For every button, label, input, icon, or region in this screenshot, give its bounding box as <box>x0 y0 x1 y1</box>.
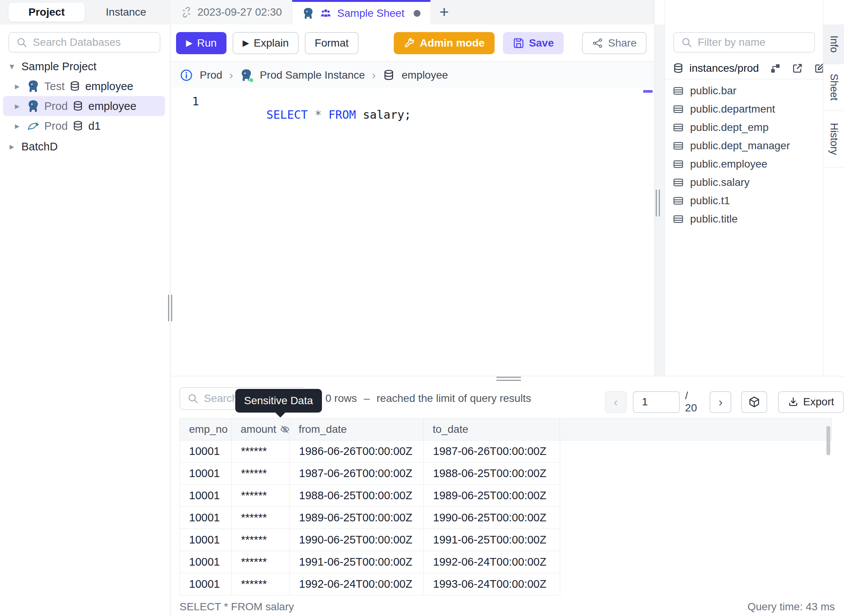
schema-sidebar: instances/prod public.bar public.departm… <box>665 0 823 376</box>
format-button[interactable]: Format <box>305 32 359 54</box>
tree-node-prod-d1[interactable]: ▸ Prod d1 <box>9 117 104 135</box>
column-header-to-date[interactable]: to_date <box>424 419 560 440</box>
sidebar-resize-handle[interactable] <box>168 295 172 321</box>
sql-code-line[interactable]: SELECT*FROMsalary; <box>211 95 418 135</box>
sheet-tab-sample-sheet[interactable]: Sample Sheet <box>292 0 430 24</box>
table-row[interactable]: 10001******1990-06-25T00:00:00Z1991-06-2… <box>179 529 560 551</box>
column-header-amount[interactable]: amount <box>231 419 289 440</box>
postgres-icon <box>27 100 40 113</box>
vertical-tab-info[interactable]: Info <box>823 24 844 64</box>
environment-label: Prod <box>44 120 68 132</box>
next-page-button[interactable]: › <box>710 391 731 413</box>
breadcrumb-environment[interactable]: Prod <box>200 69 222 81</box>
limit-text: reached the limit of query results <box>377 392 531 405</box>
table-icon <box>673 103 684 115</box>
prev-page-button[interactable]: ‹ <box>605 391 627 413</box>
search-databases-input[interactable] <box>33 36 153 48</box>
people-icon <box>320 7 332 19</box>
table-item[interactable]: public.department <box>665 100 823 118</box>
query-time: Query time: 43 ms <box>747 601 835 613</box>
page-number-input[interactable] <box>633 391 680 413</box>
breadcrumb-instance[interactable]: Prod Sample Instance <box>260 69 365 81</box>
share-button[interactable]: Share <box>582 32 647 54</box>
table-item[interactable]: public.salary <box>665 173 823 192</box>
editor-toolbar: ▶ Run ▶ Explain Format Admin mode Save S <box>171 24 654 62</box>
external-link-icon[interactable] <box>792 63 803 74</box>
breadcrumb-database[interactable]: employee <box>402 69 448 81</box>
column-header-emp-no[interactable]: emp_no <box>179 419 231 440</box>
sql-operator: * <box>315 108 322 121</box>
main-editor-column: 2023-09-27 02:30 Sample Sheet + ▶ Run ▶ … <box>171 0 655 376</box>
chevron-right-icon: › <box>372 69 376 82</box>
sheet-tab-bar: 2023-09-27 02:30 Sample Sheet + <box>171 0 654 24</box>
new-tab-button[interactable]: + <box>430 0 458 24</box>
table-row[interactable]: 10001******1989-06-25T00:00:00Z1990-06-2… <box>179 507 560 529</box>
database-icon <box>673 63 684 74</box>
tree-node-batchd[interactable]: ▸ BatchD <box>4 137 61 156</box>
page-total: / 20 <box>685 390 703 414</box>
vertical-tab-history[interactable]: History <box>823 111 844 168</box>
filter-box <box>673 32 815 53</box>
database-label: employee <box>85 80 133 93</box>
table-icon <box>673 122 684 133</box>
table-item[interactable]: public.employee <box>665 155 823 173</box>
tree-node-sample-project[interactable]: ▾ Sample Project <box>4 57 100 76</box>
right-vertical-tabs: Info Sheet History <box>823 0 844 376</box>
table-row[interactable]: 10001******1992-06-24T00:00:00Z1993-06-2… <box>179 573 560 595</box>
export-button[interactable]: Export <box>778 391 844 413</box>
schema-diagram-icon[interactable] <box>770 63 781 74</box>
sheet-tab-datetime[interactable]: 2023-09-27 02:30 <box>171 0 292 24</box>
column-header-from-date[interactable]: from_date <box>289 419 424 440</box>
breadcrumb: Prod › Prod Sample Instance › employee <box>171 62 654 89</box>
search-icon <box>681 37 692 48</box>
table-item[interactable]: public.dept_emp <box>665 118 823 137</box>
environment-label: Test <box>44 80 65 93</box>
sensitive-data-tooltip: Sensitive Data <box>235 389 322 413</box>
run-button[interactable]: ▶ Run <box>176 32 226 54</box>
table-row[interactable]: 10001******1988-06-25T00:00:00Z1989-06-2… <box>179 485 560 507</box>
vertical-tab-sheet[interactable]: Sheet <box>823 64 844 111</box>
admin-mode-button[interactable]: Admin mode <box>394 32 495 54</box>
chevron-right-icon: › <box>719 396 723 408</box>
sql-keyword: SELECT <box>267 108 308 121</box>
database-label: d1 <box>88 120 100 132</box>
explain-button[interactable]: ▶ Explain <box>233 32 299 54</box>
caret-down-icon[interactable]: ▾ <box>7 61 17 72</box>
table-row[interactable]: 10001******1986-06-26T00:00:00Z1987-06-2… <box>179 440 560 463</box>
left-sidebar: Project Instance ▾ Sample Project ▸ Test… <box>0 0 170 616</box>
visualize-button[interactable] <box>741 391 767 413</box>
table-row[interactable]: 10001******1987-06-26T00:00:00Z1988-06-2… <box>179 463 560 485</box>
table-item[interactable]: public.title <box>665 210 823 228</box>
caret-right-icon[interactable]: ▸ <box>12 81 22 92</box>
caret-right-icon[interactable]: ▸ <box>12 121 22 131</box>
play-icon: ▶ <box>243 38 249 48</box>
tree-label: Sample Project <box>21 60 97 73</box>
filter-by-name-input[interactable] <box>698 36 807 48</box>
table-row[interactable]: 10001******1991-06-25T00:00:00Z1992-06-2… <box>179 551 560 573</box>
tab-instance[interactable]: Instance <box>88 3 164 22</box>
results-resize-handle[interactable] <box>496 377 521 381</box>
tree-node-prod-employee-selected[interactable]: ▸ Prod employee <box>3 96 165 116</box>
table-icon <box>673 213 684 225</box>
table-item[interactable]: public.t1 <box>665 192 823 210</box>
rows-count: 0 rows <box>325 392 357 405</box>
caret-right-icon[interactable]: ▸ <box>7 141 17 152</box>
table-icon <box>673 140 684 152</box>
info-icon[interactable] <box>180 69 193 82</box>
right-panel-resize-handle[interactable] <box>656 190 660 216</box>
eye-off-icon[interactable] <box>280 424 290 434</box>
tab-project[interactable]: Project <box>8 3 85 22</box>
table-item[interactable]: public.dept_manager <box>665 137 823 155</box>
tree-node-test-employee[interactable]: ▸ Test employee <box>9 77 136 95</box>
search-icon <box>16 37 27 48</box>
sheet-tab-label: Sample Sheet <box>337 7 404 19</box>
results-scrollbar[interactable] <box>826 426 830 455</box>
query-results-panel: 0 rows – reached the limit of query resu… <box>171 376 844 616</box>
sql-editor[interactable]: 1 SELECT*FROMsalary; <box>171 89 654 376</box>
chevron-right-icon: › <box>229 69 233 82</box>
sql-identifier: salary; <box>363 108 411 121</box>
table-item[interactable]: public.bar <box>665 82 823 100</box>
caret-right-icon[interactable]: ▸ <box>12 101 22 111</box>
save-button[interactable]: Save <box>503 32 564 54</box>
table-icon <box>673 158 684 170</box>
